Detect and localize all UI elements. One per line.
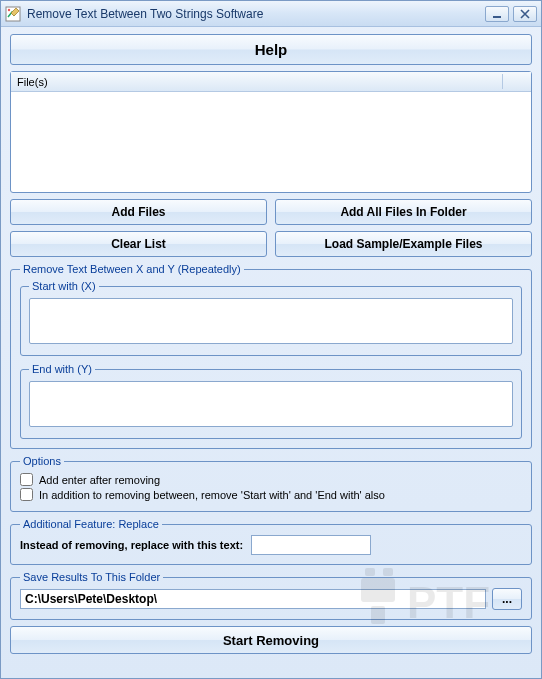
- end-with-legend: End with (Y): [29, 363, 95, 375]
- app-icon: [5, 6, 21, 22]
- add-enter-label: Add enter after removing: [39, 474, 160, 486]
- replace-legend: Additional Feature: Replace: [20, 518, 162, 530]
- add-files-button[interactable]: Add Files: [10, 199, 267, 225]
- remove-text-group: Remove Text Between X and Y (Repeatedly)…: [10, 263, 532, 449]
- remove-text-group-legend: Remove Text Between X and Y (Repeatedly): [20, 263, 244, 275]
- remove-delims-option[interactable]: In addition to removing between, remove …: [20, 487, 522, 502]
- options-legend: Options: [20, 455, 64, 467]
- end-with-input[interactable]: [29, 381, 513, 427]
- add-enter-checkbox[interactable]: [20, 473, 33, 486]
- replace-input[interactable]: [251, 535, 371, 555]
- add-enter-option[interactable]: Add enter after removing: [20, 472, 522, 487]
- save-folder-legend: Save Results To This Folder: [20, 571, 163, 583]
- start-with-group: Start with (X): [20, 280, 522, 356]
- save-folder-input[interactable]: [20, 589, 486, 609]
- client-area: Help File(s) Add Files Add All Files In …: [1, 27, 541, 678]
- minimize-button[interactable]: [485, 6, 509, 22]
- files-list[interactable]: File(s): [10, 71, 532, 193]
- help-button[interactable]: Help: [10, 34, 532, 65]
- save-folder-group: Save Results To This Folder ...: [10, 571, 532, 620]
- options-group: Options Add enter after removing In addi…: [10, 455, 532, 512]
- replace-label: Instead of removing, replace with this t…: [20, 539, 243, 551]
- files-column-label: File(s): [17, 76, 48, 88]
- replace-group: Additional Feature: Replace Instead of r…: [10, 518, 532, 565]
- close-button[interactable]: [513, 6, 537, 22]
- remove-delims-label: In addition to removing between, remove …: [39, 489, 385, 501]
- help-button-label: Help: [255, 41, 288, 58]
- file-buttons-row-2: Clear List Load Sample/Example Files: [10, 231, 532, 257]
- svg-point-1: [8, 8, 10, 10]
- remove-delims-checkbox[interactable]: [20, 488, 33, 501]
- file-buttons-row-1: Add Files Add All Files In Folder: [10, 199, 532, 225]
- window-title: Remove Text Between Two Strings Software: [27, 7, 485, 21]
- end-with-group: End with (Y): [20, 363, 522, 439]
- start-removing-button[interactable]: Start Removing: [10, 626, 532, 654]
- files-list-header[interactable]: File(s): [11, 72, 531, 92]
- svg-rect-2: [493, 16, 501, 18]
- load-sample-files-button[interactable]: Load Sample/Example Files: [275, 231, 532, 257]
- clear-list-button[interactable]: Clear List: [10, 231, 267, 257]
- add-all-files-in-folder-button[interactable]: Add All Files In Folder: [275, 199, 532, 225]
- browse-folder-button[interactable]: ...: [492, 588, 522, 610]
- start-with-input[interactable]: [29, 298, 513, 344]
- start-removing-label: Start Removing: [223, 633, 319, 648]
- titlebar: Remove Text Between Two Strings Software: [1, 1, 541, 27]
- start-with-legend: Start with (X): [29, 280, 99, 292]
- window-controls: [485, 6, 537, 22]
- app-window: Remove Text Between Two Strings Software…: [0, 0, 542, 679]
